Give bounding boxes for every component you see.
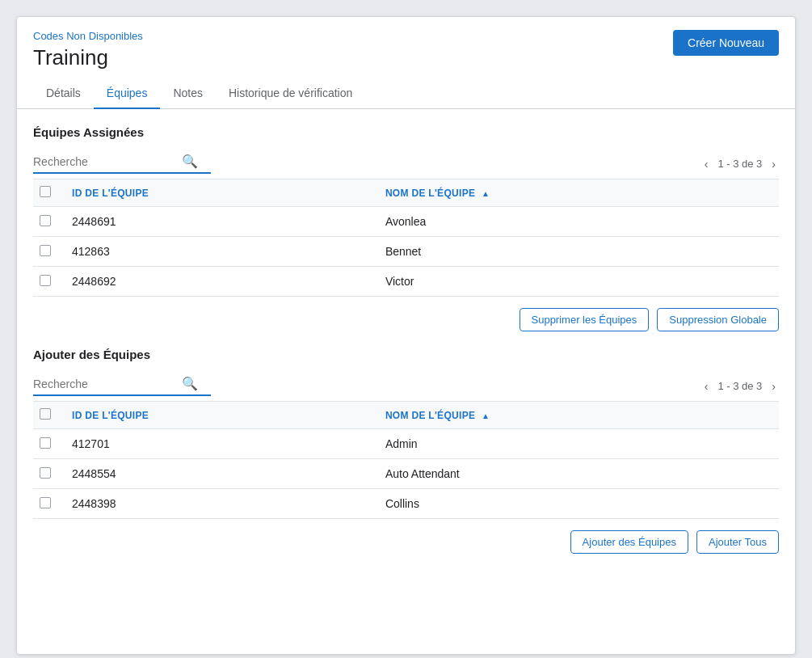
- add-table-header-row: ID DE L'ÉQUIPE NOM DE L'ÉQUIPE ▲: [33, 402, 779, 429]
- assigned-header-checkbox-col: [33, 179, 62, 207]
- add-table-body: 412701 Admin 2448554 Auto Attendant 2448…: [33, 429, 779, 519]
- add-prev-button[interactable]: ‹: [701, 378, 712, 394]
- assigned-table-header-row: ID DE L'ÉQUIPE NOM DE L'ÉQUIPE ▲: [33, 179, 779, 207]
- add-row-checkbox-cell: [33, 429, 62, 459]
- add-search-input[interactable]: [33, 378, 179, 390]
- tabs-bar: Détails Équipes Notes Historique de véri…: [17, 78, 795, 109]
- add-col-name: NOM DE L'ÉQUIPE ▲: [376, 402, 779, 429]
- assigned-row-id: 2448691: [62, 207, 376, 237]
- add-table-row: 2448554 Auto Attendant: [33, 459, 779, 489]
- ajouter-tous-button[interactable]: Ajouter Tous: [696, 530, 779, 554]
- tab-details[interactable]: Détails: [33, 78, 94, 109]
- assigned-row-name: Victor: [376, 267, 779, 297]
- add-row-id: 2448554: [62, 459, 376, 489]
- assigned-row-checkbox-cell: [33, 267, 62, 297]
- add-section: Ajouter des Équipes 🔍 ‹ 1 - 3 de 3 ›: [33, 348, 779, 570]
- add-col-id: ID DE L'ÉQUIPE: [62, 402, 376, 429]
- add-table-row: 2448398 Collins: [33, 489, 779, 519]
- assigned-col-id: ID DE L'ÉQUIPE: [62, 179, 376, 207]
- assigned-action-bar: Supprimer les Équipes Suppression Global…: [33, 296, 779, 348]
- add-section-title: Ajouter des Équipes: [33, 348, 779, 361]
- assigned-section-title: Équipes Assignées: [33, 125, 779, 139]
- add-table: ID DE L'ÉQUIPE NOM DE L'ÉQUIPE ▲ 412701 …: [33, 401, 779, 518]
- assigned-section: Équipes Assignées 🔍 ‹ 1 - 3 de 3 ›: [33, 125, 779, 348]
- add-header-checkbox[interactable]: [40, 408, 51, 420]
- assigned-row-id: 2448692: [62, 267, 376, 297]
- add-table-row: 412701 Admin: [33, 429, 779, 459]
- page-title: Training: [33, 45, 143, 70]
- add-row-checkbox-cell: [33, 489, 62, 519]
- assigned-header-checkbox[interactable]: [40, 186, 51, 197]
- tab-historique[interactable]: Historique de vérification: [216, 78, 365, 109]
- header-left: Codes Non Disponibles Training: [33, 30, 143, 70]
- assigned-row-checkbox[interactable]: [40, 215, 51, 226]
- content-area: Équipes Assignées 🔍 ‹ 1 - 3 de 3 ›: [17, 109, 795, 586]
- ajouter-equipes-button[interactable]: Ajouter des Équipes: [570, 530, 688, 554]
- add-row-checkbox-cell: [33, 459, 62, 489]
- assigned-table-body: 2448691 Avonlea 412863 Bennet 2448692 Vi…: [33, 207, 779, 297]
- add-next-button[interactable]: ›: [768, 378, 779, 394]
- assigned-col-name: NOM DE L'ÉQUIPE ▲: [376, 179, 779, 207]
- assigned-table-row: 2448692 Victor: [33, 267, 779, 297]
- assigned-search-bar[interactable]: 🔍: [33, 154, 211, 174]
- add-search-icon: 🔍: [182, 376, 198, 391]
- add-row-checkbox[interactable]: [40, 497, 51, 508]
- assigned-search-icon: 🔍: [182, 154, 198, 169]
- add-action-bar: Ajouter des Équipes Ajouter Tous: [33, 518, 779, 570]
- add-search-bar[interactable]: 🔍: [33, 376, 211, 396]
- tab-notes[interactable]: Notes: [160, 78, 216, 109]
- add-search-row: 🔍 ‹ 1 - 3 de 3 ›: [33, 371, 779, 401]
- assigned-table-row: 412863 Bennet: [33, 237, 779, 267]
- assigned-next-button[interactable]: ›: [768, 156, 779, 172]
- suppression-globale-button[interactable]: Suppression Globale: [657, 308, 779, 331]
- assigned-table: ID DE L'ÉQUIPE NOM DE L'ÉQUIPE ▲ 2448691…: [33, 179, 779, 296]
- assigned-search-input[interactable]: [33, 155, 179, 168]
- add-header-checkbox-col: [33, 402, 62, 429]
- breadcrumb[interactable]: Codes Non Disponibles: [33, 30, 143, 42]
- assigned-pagination-text: 1 - 3 de 3: [717, 158, 762, 170]
- assigned-row-checkbox[interactable]: [40, 275, 51, 286]
- add-pagination: ‹ 1 - 3 de 3 ›: [701, 378, 779, 394]
- add-row-id: 2448398: [62, 489, 376, 519]
- assigned-row-name: Bennet: [376, 237, 779, 267]
- add-row-name: Admin: [376, 429, 779, 459]
- assigned-row-checkbox[interactable]: [40, 245, 51, 256]
- assigned-table-row: 2448691 Avonlea: [33, 207, 779, 237]
- assigned-row-name: Avonlea: [376, 207, 779, 237]
- add-row-checkbox[interactable]: [40, 467, 51, 479]
- header: Codes Non Disponibles Training Créer Nou…: [17, 17, 795, 78]
- tab-equipes[interactable]: Équipes: [94, 78, 161, 109]
- assigned-sort-arrow: ▲: [482, 189, 490, 198]
- assigned-prev-button[interactable]: ‹: [701, 156, 712, 172]
- create-button[interactable]: Créer Nouveau: [673, 30, 779, 56]
- add-row-name: Auto Attendant: [376, 459, 779, 489]
- add-pagination-text: 1 - 3 de 3: [717, 380, 762, 392]
- add-row-name: Collins: [376, 489, 779, 519]
- assigned-row-checkbox-cell: [33, 207, 62, 237]
- assigned-search-row: 🔍 ‹ 1 - 3 de 3 ›: [33, 149, 779, 179]
- add-row-id: 412701: [62, 429, 376, 459]
- assigned-pagination: ‹ 1 - 3 de 3 ›: [701, 156, 779, 172]
- add-row-checkbox[interactable]: [40, 437, 51, 449]
- add-sort-arrow: ▲: [482, 411, 490, 420]
- supprimer-equipes-button[interactable]: Supprimer les Équipes: [520, 308, 650, 331]
- main-container: Codes Non Disponibles Training Créer Nou…: [16, 16, 796, 655]
- assigned-row-checkbox-cell: [33, 237, 62, 267]
- assigned-row-id: 412863: [62, 237, 376, 267]
